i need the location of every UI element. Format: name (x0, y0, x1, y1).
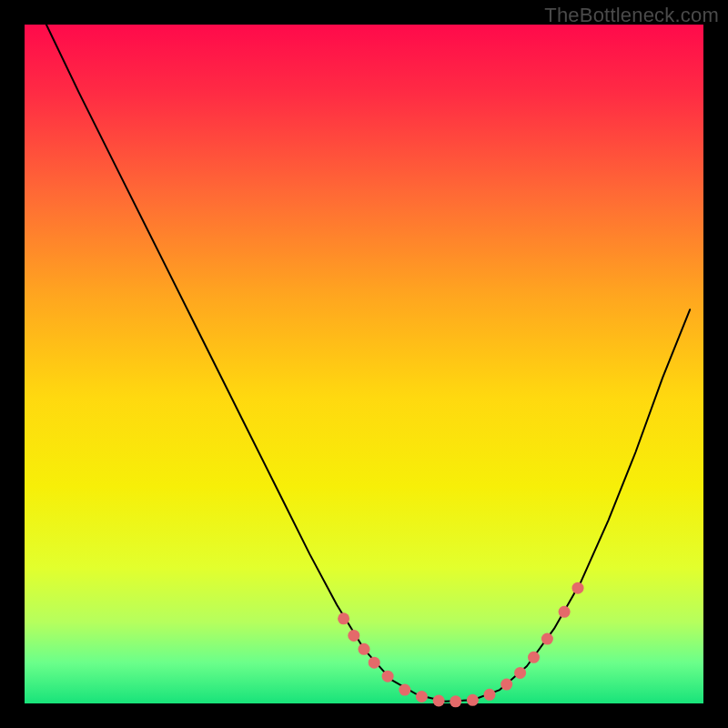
curve-marker (359, 643, 370, 655)
curve-marker (348, 630, 359, 642)
curve-marker (528, 652, 540, 663)
chart-frame: TheBottleneck.com (0, 0, 728, 728)
curve-marker (541, 633, 553, 645)
bottleneck-chart (0, 0, 728, 728)
curve-marker (433, 695, 445, 707)
curve-marker (416, 691, 428, 703)
curve-marker (369, 657, 380, 669)
curve-marker (514, 667, 526, 679)
curve-marker (484, 689, 496, 701)
curve-marker (382, 671, 394, 682)
chart-gradient-background (25, 25, 703, 703)
curve-marker (467, 694, 479, 706)
curve-marker (338, 612, 349, 624)
curve-marker (399, 684, 410, 696)
curve-marker (559, 606, 571, 618)
curve-marker (500, 679, 512, 691)
watermark-label: TheBottleneck.com (544, 4, 719, 27)
curve-marker (450, 695, 461, 707)
curve-marker (572, 582, 584, 594)
